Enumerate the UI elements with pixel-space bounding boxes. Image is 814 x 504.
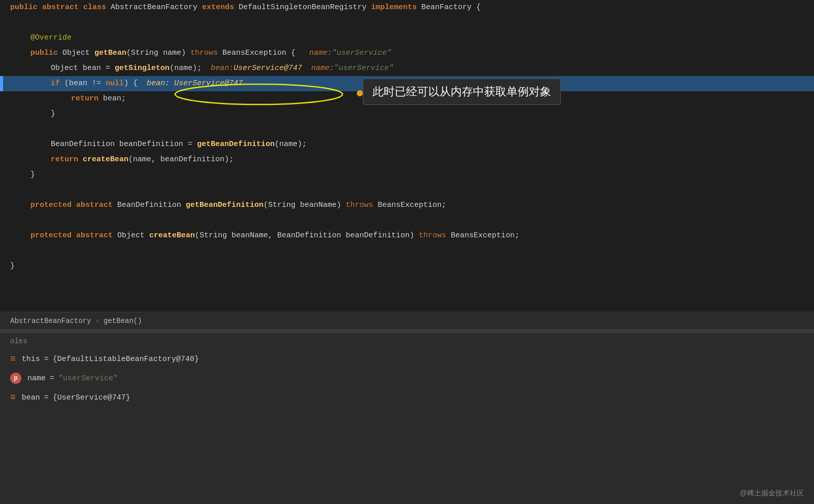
tooltip-bubble: 此时已经可以从内存中获取单例对象 xyxy=(363,79,561,105)
code-line-blank5 xyxy=(0,243,814,259)
code-line-blank2 xyxy=(0,122,814,137)
code-line-override: @Override xyxy=(0,30,814,46)
code-line-protected-1: protected abstract BeanDefinition getBea… xyxy=(0,198,814,213)
var-icon-p-name: p xyxy=(10,373,21,384)
var-val-name: "userService" xyxy=(58,374,118,383)
var-eq-name: = xyxy=(50,374,54,383)
var-icon-lines-this: ≡ xyxy=(10,354,16,364)
code-line-close-class: } xyxy=(0,259,814,274)
keyword-public: public xyxy=(10,0,38,15)
tooltip-dot xyxy=(357,90,363,96)
code-line-getbean: public Object getBean(String name) throw… xyxy=(0,46,814,61)
keyword-extends: extends xyxy=(202,0,234,15)
code-line-blank1 xyxy=(0,15,814,30)
code-line-createbean: return createBean(name, beanDefinition); xyxy=(0,152,814,167)
code-line-close-method: } xyxy=(0,167,814,183)
keyword-class: class xyxy=(83,0,106,15)
var-val-bean: {UserService@747} xyxy=(53,393,130,402)
classname-abstract: AbstractBeanFactory xyxy=(111,0,197,15)
var-val-this: {DefaultListableBeanFactory@740} xyxy=(53,355,199,364)
classname-default: DefaultSingletonBeanRegistry xyxy=(239,0,366,15)
keyword-abstract: abstract xyxy=(42,0,79,15)
code-line-beandefinition: BeanDefinition beanDefinition = getBeanD… xyxy=(0,137,814,152)
code-line-close-if: } xyxy=(0,106,814,122)
code-line-blank3 xyxy=(0,183,814,198)
breadcrumb-separator: › xyxy=(95,317,99,325)
debug-arrow xyxy=(0,76,3,91)
code-line-1: public abstract class AbstractBeanFactor… xyxy=(0,0,814,15)
panel-separator xyxy=(0,329,814,333)
var-name-this: this xyxy=(22,355,40,364)
var-eq-bean: = xyxy=(44,393,49,402)
variables-header: oles xyxy=(0,333,814,349)
variable-row-bean[interactable]: ≡ bean = {UserService@747} xyxy=(0,388,814,407)
var-icon-lines-bean: ≡ xyxy=(10,393,16,402)
variable-row-this[interactable]: ≡ this = {DefaultListableBeanFactory@740… xyxy=(0,349,814,369)
var-eq-this: = xyxy=(44,355,49,364)
classname-beanfactory: BeanFactory xyxy=(421,0,471,15)
code-line-blank4 xyxy=(0,213,814,228)
breadcrumb-method: getBean() xyxy=(104,317,142,325)
var-name-name: name xyxy=(27,374,46,383)
keyword-implements: implements xyxy=(371,0,417,15)
watermark: @稀土掘金技术社区 xyxy=(740,489,804,498)
code-editor: public abstract class AbstractBeanFactor… xyxy=(0,0,814,312)
tooltip-text: 此时已经可以从内存中获取单例对象 xyxy=(372,85,551,98)
code-line-protected-2: protected abstract Object createBean(Str… xyxy=(0,228,814,243)
code-line-getsingleton: Object bean = getSingleton(name); bean: … xyxy=(0,61,814,76)
variable-row-name[interactable]: p name = "userService" xyxy=(0,369,814,388)
breadcrumb-class: AbstractBeanFactory xyxy=(10,317,91,325)
var-name-bean: bean xyxy=(22,393,40,402)
variables-panel: oles ≡ this = {DefaultListableBeanFactor… xyxy=(0,333,814,504)
breadcrumb-bar: AbstractBeanFactory › getBean() xyxy=(0,312,814,329)
